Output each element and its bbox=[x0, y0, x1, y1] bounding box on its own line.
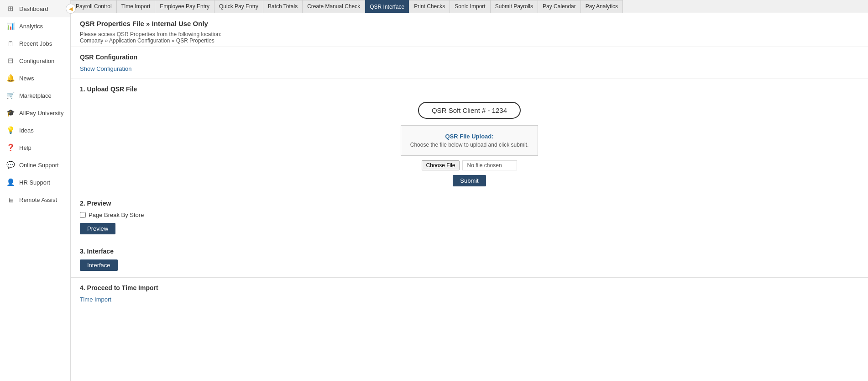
breadcrumb-line2: Company » Application Configuration » QS… bbox=[80, 37, 859, 44]
tab-pay-analytics[interactable]: Pay Analytics bbox=[581, 0, 623, 13]
page-title: QSR Properties File » Internal Use Only bbox=[80, 20, 859, 27]
tab-payroll-control[interactable]: Payroll Control bbox=[71, 0, 117, 13]
sidebar-collapse-button[interactable]: ◀ bbox=[66, 4, 76, 14]
time-import-link[interactable]: Time Import bbox=[80, 296, 111, 303]
sidebar-label-recent-jobs: Recent Jobs bbox=[19, 40, 52, 47]
sidebar-item-configuration[interactable]: ⊟Configuration bbox=[0, 52, 70, 69]
submit-button[interactable]: Submit bbox=[453, 175, 486, 186]
qsr-config-title: QSR Configuration bbox=[80, 53, 859, 61]
content-area: QSR Properties File » Internal Use Only … bbox=[71, 13, 868, 381]
upload-box: QSR File Upload: Choose the file below t… bbox=[401, 125, 538, 156]
upload-section: 1. Upload QSR File QSR Soft Client # - 1… bbox=[71, 79, 868, 193]
tab-employee-pay-entry[interactable]: Employee Pay Entry bbox=[155, 0, 214, 13]
sidebar-label-configuration: Configuration bbox=[19, 58, 54, 64]
main-area: Payroll ControlTime ImportEmployee Pay E… bbox=[71, 0, 868, 381]
time-import-section-title: 4. Proceed to Time Import bbox=[80, 284, 859, 291]
sidebar-label-allpay-university: AllPay University bbox=[19, 110, 64, 116]
breadcrumb: Please access QSR Properties from the fo… bbox=[80, 31, 859, 44]
breadcrumb-line1: Please access QSR Properties from the fo… bbox=[80, 31, 859, 37]
remote-assist-icon: 🖥 bbox=[6, 196, 15, 204]
sidebar-item-dashboard[interactable]: ⊞Dashboard bbox=[0, 0, 70, 17]
no-file-text: No file chosen bbox=[462, 160, 517, 170]
analytics-icon: 📊 bbox=[6, 22, 15, 30]
choose-file-button[interactable]: Choose File bbox=[422, 160, 459, 170]
sidebar-label-hr-support: HR Support bbox=[19, 179, 50, 186]
sidebar-label-analytics: Analytics bbox=[19, 23, 43, 30]
tab-create-manual-check[interactable]: Create Manual Check bbox=[303, 0, 365, 13]
qsr-config-section: QSR Configuration Show Configuration bbox=[71, 47, 868, 79]
recent-jobs-icon: 🗒 bbox=[6, 39, 15, 48]
sidebar-item-ideas[interactable]: 💡Ideas bbox=[0, 122, 70, 139]
tab-sonic-import[interactable]: Sonic Import bbox=[450, 0, 490, 13]
help-icon: ❓ bbox=[6, 143, 15, 152]
upload-box-label: QSR File Upload: bbox=[410, 133, 528, 140]
file-input-row: Choose File No file chosen bbox=[422, 160, 517, 170]
marketplace-icon: 🛒 bbox=[6, 91, 15, 100]
show-configuration-link[interactable]: Show Configuration bbox=[80, 65, 131, 72]
tab-quick-pay-entry[interactable]: Quick Pay Entry bbox=[214, 0, 263, 13]
sidebar-label-marketplace: Marketplace bbox=[19, 92, 52, 99]
qsr-client-pill: QSR Soft Client # - 1234 bbox=[418, 102, 521, 119]
sidebar-label-help: Help bbox=[19, 144, 31, 151]
sidebar-label-news: News bbox=[19, 75, 34, 82]
tab-bar: Payroll ControlTime ImportEmployee Pay E… bbox=[71, 0, 868, 13]
interface-button[interactable]: Interface bbox=[80, 259, 118, 271]
page-break-checkbox[interactable] bbox=[80, 212, 86, 218]
allpay-university-icon: 🎓 bbox=[6, 109, 15, 117]
preview-section-title: 2. Preview bbox=[80, 200, 859, 207]
interface-section-title: 3. Interface bbox=[80, 248, 859, 255]
dashboard-icon: ⊞ bbox=[6, 5, 15, 13]
upload-section-title: 1. Upload QSR File bbox=[80, 85, 859, 93]
tab-qsr-interface[interactable]: QSR Interface bbox=[365, 0, 409, 13]
hr-support-icon: 👤 bbox=[6, 178, 15, 186]
sidebar-label-online-support: Online Support bbox=[19, 162, 59, 169]
tab-pay-calendar[interactable]: Pay Calendar bbox=[538, 0, 581, 13]
news-icon: 🔔 bbox=[6, 74, 15, 82]
interface-section: 3. Interface Interface bbox=[71, 241, 868, 277]
preview-section: 2. Preview Page Break By Store Preview bbox=[71, 193, 868, 241]
sidebar-item-hr-support[interactable]: 👤HR Support bbox=[0, 174, 70, 191]
sidebar-item-help[interactable]: ❓Help bbox=[0, 139, 70, 156]
online-support-icon: 💬 bbox=[6, 161, 15, 169]
sidebar-item-allpay-university[interactable]: 🎓AllPay University bbox=[0, 104, 70, 122]
configuration-icon: ⊟ bbox=[6, 57, 15, 65]
sidebar: ◀ ⊞Dashboard📊Analytics🗒Recent Jobs⊟Confi… bbox=[0, 0, 71, 381]
page-header: QSR Properties File » Internal Use Only … bbox=[71, 13, 868, 47]
page-break-label: Page Break By Store bbox=[89, 212, 144, 218]
sidebar-label-dashboard: Dashboard bbox=[19, 5, 48, 12]
sidebar-item-remote-assist[interactable]: 🖥Remote Assist bbox=[0, 191, 70, 208]
tab-submit-payrolls[interactable]: Submit Payrolls bbox=[491, 0, 538, 13]
sidebar-item-news[interactable]: 🔔News bbox=[0, 69, 70, 87]
sidebar-label-ideas: Ideas bbox=[19, 127, 34, 134]
sidebar-item-analytics[interactable]: 📊Analytics bbox=[0, 17, 70, 35]
upload-box-sub: Choose the file below to upload and clic… bbox=[410, 142, 528, 148]
ideas-icon: 💡 bbox=[6, 126, 15, 134]
tab-time-import[interactable]: Time Import bbox=[117, 0, 156, 13]
tab-batch-totals[interactable]: Batch Totals bbox=[263, 0, 303, 13]
tab-print-checks[interactable]: Print Checks bbox=[409, 0, 450, 13]
time-import-section: 4. Proceed to Time Import Time Import bbox=[71, 277, 868, 309]
sidebar-item-online-support[interactable]: 💬Online Support bbox=[0, 156, 70, 174]
upload-center: QSR Soft Client # - 1234 QSR File Upload… bbox=[80, 97, 859, 186]
sidebar-item-recent-jobs[interactable]: 🗒Recent Jobs bbox=[0, 35, 70, 52]
sidebar-item-marketplace[interactable]: 🛒Marketplace bbox=[0, 87, 70, 104]
page-break-row: Page Break By Store bbox=[80, 212, 859, 218]
qsr-client-label: QSR Soft Client # - 1234 bbox=[432, 106, 507, 114]
sidebar-label-remote-assist: Remote Assist bbox=[19, 196, 57, 203]
preview-button[interactable]: Preview bbox=[80, 223, 115, 234]
